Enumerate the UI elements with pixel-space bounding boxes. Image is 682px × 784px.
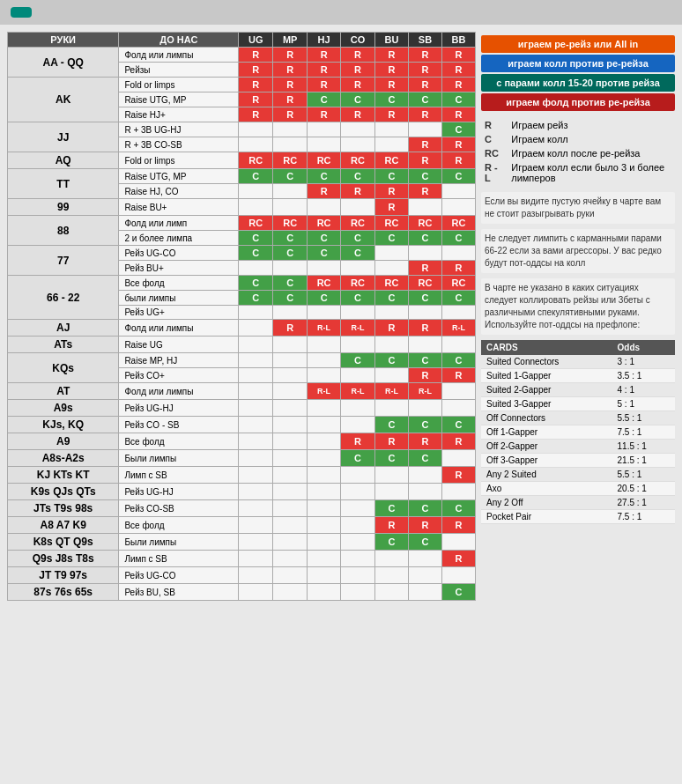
cell-mp bbox=[273, 184, 308, 199]
action-desc: Все фолд bbox=[119, 276, 239, 291]
cell-sb: R bbox=[409, 48, 442, 63]
cell-ug: R bbox=[239, 78, 273, 92]
symbol-key: RC bbox=[481, 146, 508, 160]
cell-bb: R bbox=[441, 107, 475, 122]
odds-cell: Off Connectors bbox=[481, 411, 612, 425]
cell-sb: C bbox=[409, 450, 442, 467]
action-desc: Рейз BU+ bbox=[119, 261, 239, 276]
action-desc: Raise UG bbox=[119, 337, 239, 353]
cell-bb bbox=[441, 400, 475, 417]
cell-co bbox=[341, 306, 375, 320]
odds-cell: Any 2 Off bbox=[481, 496, 612, 510]
table-row: K9s QJs QTsРейз UG-HJ bbox=[8, 484, 476, 500]
symbol-key: R bbox=[481, 118, 508, 132]
cell-hj bbox=[308, 584, 341, 601]
cell-sb: R bbox=[409, 261, 442, 276]
action-desc: Рейз CO+ bbox=[119, 368, 239, 383]
cell-mp bbox=[273, 368, 308, 383]
action-desc: Fold or limps bbox=[119, 78, 239, 92]
cell-hj bbox=[308, 306, 341, 320]
cell-bu: R-L bbox=[375, 383, 409, 400]
cell-ug bbox=[239, 199, 273, 216]
col-mp: MP bbox=[273, 33, 308, 48]
cell-sb bbox=[409, 484, 442, 500]
cell-hj: RC bbox=[308, 216, 341, 231]
cell-ug bbox=[239, 320, 273, 337]
table-row: 87s 76s 65sРейз BU, SBC bbox=[8, 584, 476, 601]
cell-ug: C bbox=[239, 169, 273, 184]
cell-co bbox=[341, 567, 375, 584]
cell-bu bbox=[375, 484, 409, 500]
cell-ug: RC bbox=[239, 216, 273, 231]
cell-sb bbox=[409, 551, 442, 567]
hand-name: K9s QJs QTs bbox=[8, 484, 119, 500]
cell-bb: RC bbox=[441, 216, 475, 231]
cell-mp bbox=[273, 199, 308, 216]
cell-hj: C bbox=[308, 169, 341, 184]
cell-co: C bbox=[341, 291, 375, 306]
cell-sb bbox=[409, 122, 442, 137]
cell-hj bbox=[308, 400, 341, 417]
symbol-key: R - L bbox=[481, 160, 508, 185]
hand-name: AA - QQ bbox=[8, 48, 119, 78]
legend-box: играем колл против ре-рейза bbox=[481, 55, 675, 72]
cell-sb: C bbox=[409, 534, 442, 551]
cell-bb: R bbox=[441, 63, 475, 78]
cell-ug bbox=[239, 584, 273, 601]
cell-mp: R bbox=[273, 63, 308, 78]
cell-bu bbox=[375, 400, 409, 417]
right-panel: играем ре-рейз или All inиграем колл про… bbox=[481, 32, 675, 601]
cell-co bbox=[341, 337, 375, 353]
cell-sb: R bbox=[409, 433, 442, 450]
cell-ug bbox=[239, 306, 273, 320]
note-2: Не следует лимпить с карманными парами 6… bbox=[481, 229, 675, 273]
cell-hj bbox=[308, 433, 341, 450]
symbol-desc: Играем колл после ре-рейза bbox=[508, 146, 675, 160]
cell-bb: R bbox=[441, 152, 475, 169]
cell-co: R bbox=[341, 48, 375, 63]
col-bb: BB bbox=[441, 33, 475, 48]
action-desc: Фолд или лимпы bbox=[119, 48, 239, 63]
cell-co bbox=[341, 500, 375, 517]
cell-mp bbox=[273, 467, 308, 484]
col-hand: РУКИ bbox=[8, 33, 119, 48]
cell-bu bbox=[375, 551, 409, 567]
odds-cell: 5.5 : 1 bbox=[612, 468, 675, 482]
col-hj: HJ bbox=[308, 33, 341, 48]
action-desc: Лимп с SB bbox=[119, 467, 239, 484]
col-action: ДО НАС bbox=[119, 33, 239, 48]
odds-cell: 3 : 1 bbox=[612, 355, 675, 369]
odds-cell: 5.5 : 1 bbox=[612, 411, 675, 425]
cell-bu: R bbox=[375, 107, 409, 122]
cell-mp bbox=[273, 261, 308, 276]
cell-bb: R bbox=[441, 137, 475, 152]
cell-mp bbox=[273, 567, 308, 584]
cell-mp bbox=[273, 306, 308, 320]
cell-bu: C bbox=[375, 291, 409, 306]
col-co: CO bbox=[341, 33, 375, 48]
cell-hj: R bbox=[308, 48, 341, 63]
hand-name: JTs T9s 98s bbox=[8, 500, 119, 517]
table-row: 88Фолд или лимпRCRCRCRCRCRCRC bbox=[8, 216, 476, 231]
cell-bu: C bbox=[375, 417, 409, 433]
cell-bu: R bbox=[375, 517, 409, 534]
cell-co: R bbox=[341, 107, 375, 122]
cell-mp: R bbox=[273, 92, 308, 107]
cell-mp: C bbox=[273, 169, 308, 184]
cell-sb bbox=[409, 199, 442, 216]
cell-bu bbox=[375, 246, 409, 261]
cell-bu: RC bbox=[375, 276, 409, 291]
table-row: ATФолд или лимпыR-LR-LR-LR-L bbox=[8, 383, 476, 400]
cell-sb: R bbox=[409, 78, 442, 92]
cell-ug bbox=[239, 500, 273, 517]
cell-bu bbox=[375, 137, 409, 152]
action-desc: Raise MP, HJ bbox=[119, 353, 239, 368]
table-row: KJs, KQРейз CO - SBCCC bbox=[8, 417, 476, 433]
cell-sb bbox=[409, 246, 442, 261]
cell-bu: C bbox=[375, 231, 409, 246]
cell-mp bbox=[273, 534, 308, 551]
action-desc: Raise HJ, CO bbox=[119, 184, 239, 199]
cell-sb: RC bbox=[409, 276, 442, 291]
hand-name: A9 bbox=[8, 433, 119, 450]
cell-ug bbox=[239, 368, 273, 383]
